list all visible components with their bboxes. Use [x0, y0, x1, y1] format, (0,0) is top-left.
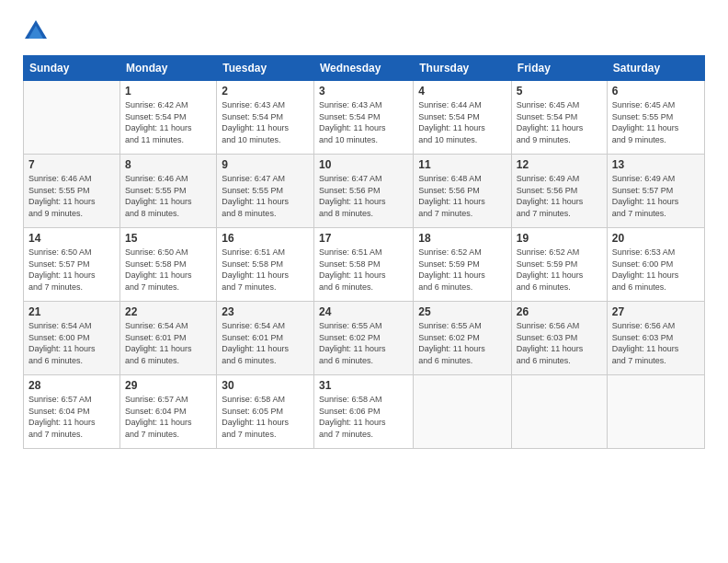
day-info: Sunrise: 6:45 AM Sunset: 5:55 PM Dayligh…	[612, 99, 700, 145]
day-number: 18	[418, 232, 506, 245]
day-info: Sunrise: 6:53 AM Sunset: 6:00 PM Dayligh…	[612, 247, 700, 293]
day-number: 4	[418, 85, 506, 98]
day-info: Sunrise: 6:54 AM Sunset: 6:01 PM Dayligh…	[222, 320, 309, 366]
day-info: Sunrise: 6:56 AM Sunset: 6:03 PM Dayligh…	[517, 320, 602, 366]
calendar-cell: 16Sunrise: 6:51 AM Sunset: 5:58 PM Dayli…	[217, 228, 314, 302]
day-info: Sunrise: 6:57 AM Sunset: 6:04 PM Dayligh…	[125, 394, 211, 440]
weekday-header-tuesday: Tuesday	[217, 56, 314, 81]
day-number: 17	[319, 232, 408, 245]
weekday-header-saturday: Saturday	[607, 56, 704, 81]
day-info: Sunrise: 6:45 AM Sunset: 5:54 PM Dayligh…	[517, 99, 602, 145]
day-number: 26	[517, 305, 602, 318]
day-info: Sunrise: 6:49 AM Sunset: 5:56 PM Dayligh…	[517, 173, 602, 219]
calendar-cell	[24, 81, 120, 155]
day-info: Sunrise: 6:50 AM Sunset: 5:57 PM Dayligh…	[28, 247, 115, 293]
calendar-cell: 8Sunrise: 6:46 AM Sunset: 5:55 PM Daylig…	[120, 155, 217, 228]
calendar-cell: 11Sunrise: 6:48 AM Sunset: 5:56 PM Dayli…	[414, 155, 512, 228]
calendar-cell: 7Sunrise: 6:46 AM Sunset: 5:55 PM Daylig…	[24, 155, 120, 228]
header	[23, 18, 705, 44]
day-info: Sunrise: 6:44 AM Sunset: 5:54 PM Dayligh…	[418, 99, 506, 145]
day-info: Sunrise: 6:48 AM Sunset: 5:56 PM Dayligh…	[418, 173, 506, 219]
day-number: 25	[418, 305, 506, 318]
calendar-cell: 28Sunrise: 6:57 AM Sunset: 6:04 PM Dayli…	[24, 375, 120, 449]
calendar-cell: 14Sunrise: 6:50 AM Sunset: 5:57 PM Dayli…	[24, 228, 120, 302]
calendar-cell: 4Sunrise: 6:44 AM Sunset: 5:54 PM Daylig…	[414, 81, 512, 155]
day-number: 13	[612, 158, 700, 171]
calendar-cell: 22Sunrise: 6:54 AM Sunset: 6:01 PM Dayli…	[120, 302, 217, 375]
weekday-header-sunday: Sunday	[24, 56, 120, 81]
calendar-cell: 3Sunrise: 6:43 AM Sunset: 5:54 PM Daylig…	[314, 81, 414, 155]
logo	[23, 18, 52, 44]
day-info: Sunrise: 6:51 AM Sunset: 5:58 PM Dayligh…	[222, 247, 309, 293]
day-info: Sunrise: 6:46 AM Sunset: 5:55 PM Dayligh…	[125, 173, 211, 219]
calendar-cell: 20Sunrise: 6:53 AM Sunset: 6:00 PM Dayli…	[607, 228, 704, 302]
day-number: 9	[222, 158, 309, 171]
day-number: 14	[28, 232, 115, 245]
day-number: 24	[319, 305, 408, 318]
calendar-cell: 1Sunrise: 6:42 AM Sunset: 5:54 PM Daylig…	[120, 81, 217, 155]
weekday-header-monday: Monday	[120, 56, 217, 81]
day-number: 6	[612, 85, 700, 98]
day-info: Sunrise: 6:42 AM Sunset: 5:54 PM Dayligh…	[125, 99, 211, 145]
calendar-week-2: 14Sunrise: 6:50 AM Sunset: 5:57 PM Dayli…	[24, 228, 705, 302]
calendar-cell: 27Sunrise: 6:56 AM Sunset: 6:03 PM Dayli…	[607, 302, 704, 375]
calendar-cell: 19Sunrise: 6:52 AM Sunset: 5:59 PM Dayli…	[511, 228, 607, 302]
calendar-cell	[511, 375, 607, 449]
day-info: Sunrise: 6:54 AM Sunset: 6:01 PM Dayligh…	[125, 320, 211, 366]
day-info: Sunrise: 6:47 AM Sunset: 5:56 PM Dayligh…	[319, 173, 408, 219]
day-number: 22	[125, 305, 211, 318]
day-number: 31	[319, 379, 408, 392]
calendar-cell: 10Sunrise: 6:47 AM Sunset: 5:56 PM Dayli…	[314, 155, 414, 228]
calendar-cell: 25Sunrise: 6:55 AM Sunset: 6:02 PM Dayli…	[414, 302, 512, 375]
day-info: Sunrise: 6:54 AM Sunset: 6:00 PM Dayligh…	[28, 320, 115, 366]
day-number: 2	[222, 85, 309, 98]
day-number: 23	[222, 305, 309, 318]
day-number: 15	[125, 232, 211, 245]
weekday-header-thursday: Thursday	[414, 56, 512, 81]
calendar-cell: 17Sunrise: 6:51 AM Sunset: 5:58 PM Dayli…	[314, 228, 414, 302]
day-info: Sunrise: 6:57 AM Sunset: 6:04 PM Dayligh…	[28, 394, 115, 440]
day-number: 27	[612, 305, 700, 318]
calendar-cell	[607, 375, 704, 449]
day-info: Sunrise: 6:58 AM Sunset: 6:06 PM Dayligh…	[319, 394, 408, 440]
calendar-cell	[414, 375, 512, 449]
day-info: Sunrise: 6:52 AM Sunset: 5:59 PM Dayligh…	[418, 247, 506, 293]
calendar-cell: 30Sunrise: 6:58 AM Sunset: 6:05 PM Dayli…	[217, 375, 314, 449]
weekday-header-wednesday: Wednesday	[314, 56, 414, 81]
day-number: 16	[222, 232, 309, 245]
calendar-cell: 5Sunrise: 6:45 AM Sunset: 5:54 PM Daylig…	[511, 81, 607, 155]
calendar-body: 1Sunrise: 6:42 AM Sunset: 5:54 PM Daylig…	[24, 81, 705, 449]
day-number: 10	[319, 158, 408, 171]
day-info: Sunrise: 6:43 AM Sunset: 5:54 PM Dayligh…	[319, 99, 408, 145]
weekday-header-friday: Friday	[511, 56, 607, 81]
calendar-cell: 15Sunrise: 6:50 AM Sunset: 5:58 PM Dayli…	[120, 228, 217, 302]
day-info: Sunrise: 6:49 AM Sunset: 5:57 PM Dayligh…	[612, 173, 700, 219]
weekday-header-row: SundayMondayTuesdayWednesdayThursdayFrid…	[24, 56, 705, 81]
calendar-week-0: 1Sunrise: 6:42 AM Sunset: 5:54 PM Daylig…	[24, 81, 705, 155]
day-info: Sunrise: 6:52 AM Sunset: 5:59 PM Dayligh…	[517, 247, 602, 293]
day-number: 5	[517, 85, 602, 98]
day-info: Sunrise: 6:50 AM Sunset: 5:58 PM Dayligh…	[125, 247, 211, 293]
day-number: 28	[28, 379, 115, 392]
day-number: 29	[125, 379, 211, 392]
day-info: Sunrise: 6:46 AM Sunset: 5:55 PM Dayligh…	[28, 173, 115, 219]
calendar-header: SundayMondayTuesdayWednesdayThursdayFrid…	[24, 56, 705, 81]
day-number: 20	[612, 232, 700, 245]
calendar-week-3: 21Sunrise: 6:54 AM Sunset: 6:00 PM Dayli…	[24, 302, 705, 375]
calendar-cell: 23Sunrise: 6:54 AM Sunset: 6:01 PM Dayli…	[217, 302, 314, 375]
calendar-cell: 18Sunrise: 6:52 AM Sunset: 5:59 PM Dayli…	[414, 228, 512, 302]
calendar-cell: 6Sunrise: 6:45 AM Sunset: 5:55 PM Daylig…	[607, 81, 704, 155]
logo-icon	[23, 18, 49, 44]
calendar-cell: 21Sunrise: 6:54 AM Sunset: 6:00 PM Dayli…	[24, 302, 120, 375]
day-info: Sunrise: 6:55 AM Sunset: 6:02 PM Dayligh…	[319, 320, 408, 366]
day-info: Sunrise: 6:56 AM Sunset: 6:03 PM Dayligh…	[612, 320, 700, 366]
calendar-cell: 29Sunrise: 6:57 AM Sunset: 6:04 PM Dayli…	[120, 375, 217, 449]
calendar-week-4: 28Sunrise: 6:57 AM Sunset: 6:04 PM Dayli…	[24, 375, 705, 449]
day-number: 21	[28, 305, 115, 318]
calendar-cell: 31Sunrise: 6:58 AM Sunset: 6:06 PM Dayli…	[314, 375, 414, 449]
day-number: 1	[125, 85, 211, 98]
day-number: 11	[418, 158, 506, 171]
calendar-cell: 13Sunrise: 6:49 AM Sunset: 5:57 PM Dayli…	[607, 155, 704, 228]
day-number: 7	[28, 158, 115, 171]
day-info: Sunrise: 6:47 AM Sunset: 5:55 PM Dayligh…	[222, 173, 309, 219]
